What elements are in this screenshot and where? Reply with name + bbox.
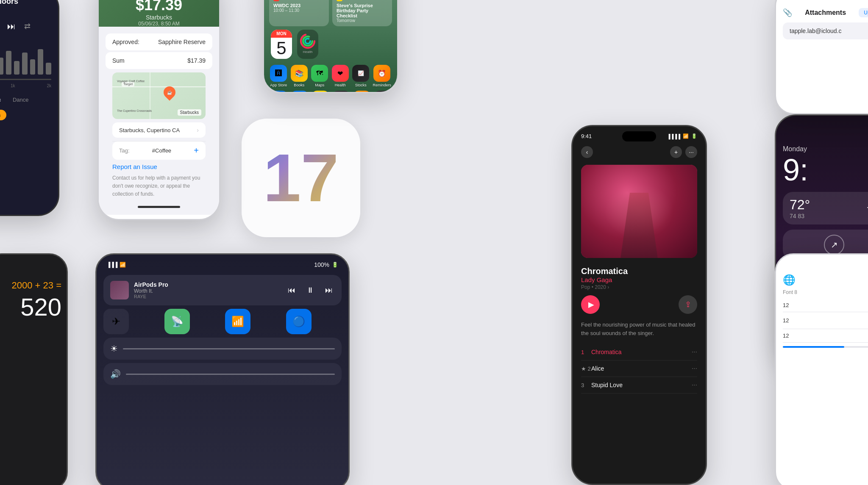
track-3[interactable]: 3 Stupid Love ···	[581, 377, 697, 394]
home-indicator	[138, 206, 180, 208]
app-calculator-home[interactable]: 🔢 Calculator	[374, 91, 391, 93]
clock-colon: :	[800, 153, 808, 187]
cc-airpods-label: AirPods Pro	[134, 281, 281, 288]
health-widget[interactable]: Health	[297, 30, 318, 59]
icloud-email-field[interactable]: tapple.lab@icloud.c	[783, 22, 868, 39]
app-camera-home[interactable]: 📷 Camera	[332, 91, 350, 93]
pay-sum-label: Sum	[112, 57, 125, 64]
volume-slider[interactable]	[126, 374, 335, 375]
temperature-value: 72°	[790, 197, 810, 213]
acoustic-tab[interactable]: Acoustic	[0, 95, 4, 105]
share-button[interactable]: ⇪	[679, 295, 697, 314]
font-progress-bar[interactable]	[783, 346, 868, 348]
clock-hour: 9	[783, 153, 800, 187]
music-add-button[interactable]: +	[670, 146, 682, 158]
app-mail-home[interactable]: ✉ Mail	[291, 91, 308, 93]
track-2-name: Alice	[591, 365, 692, 372]
cc-fastforward-button[interactable]: ⏭	[323, 284, 335, 296]
app-reminders[interactable]: ⏰ Reminders	[373, 65, 391, 87]
map-label-starbucks: Starbucks	[178, 109, 201, 116]
app-grid-row2: 🧭 Safari ✉ Mail 📝 Notes 📷 Camera 🏠 Home …	[264, 89, 397, 93]
app-stocks[interactable]: 📈 Stocks	[352, 65, 370, 87]
map-label-voyager: Voyager Craft Coffee	[117, 80, 145, 83]
track-1-more-icon[interactable]: ···	[692, 348, 697, 356]
dance-tab[interactable]: Dance	[9, 95, 32, 105]
music-more-button[interactable]: ···	[685, 146, 697, 158]
compass-needle-icon: ↗	[831, 240, 838, 250]
update-button[interactable]: Update	[859, 8, 868, 17]
music-title: Dancefloors	[0, 0, 51, 6]
report-issue-button[interactable]: Report an Issue	[112, 163, 206, 170]
track-2[interactable]: ★ 2 Alice ···	[581, 360, 697, 377]
music-back-button[interactable]: ‹	[581, 146, 593, 158]
music-genre: Pop	[581, 284, 590, 290]
eq-bar	[0, 58, 3, 75]
cc-volume-control[interactable]: 🔊	[103, 363, 342, 385]
app-home-home[interactable]: 🏠 Home	[353, 91, 370, 93]
calendar-notif-time: TODAY	[312, 0, 325, 0]
music-album-art	[581, 165, 697, 258]
play-button[interactable]: ▶	[581, 295, 600, 314]
track-2-num: ★ 2	[581, 366, 591, 372]
cc-wifi-icon: 📶	[120, 262, 126, 268]
shuffle-icon[interactable]: ⇄	[24, 22, 31, 31]
custom-button[interactable]: Custom	[0, 110, 6, 120]
font-size-list: 12 12 1 12	[783, 299, 868, 343]
hotspot-toggle[interactable]: 📡	[164, 309, 190, 334]
music-genre-year: Pop • 2020 ›	[581, 284, 697, 290]
cc-pause-button[interactable]: ⏸	[304, 284, 316, 296]
cc-playback-controls: ⏮ ⏸ ⏭	[286, 284, 335, 296]
compass-circle: ↗	[824, 235, 844, 255]
app-maps[interactable]: 🗺 Maps	[311, 65, 328, 87]
pay-header: ☕ $17.39 Starbucks 05/06/23, 8:50 AM	[99, 0, 219, 27]
pay-tag-add-icon[interactable]: +	[194, 146, 199, 155]
calculator-content: 2000 + 23 = 520	[0, 255, 67, 330]
music-status-time: 9:41	[581, 133, 592, 139]
track-2-more-icon[interactable]: ···	[692, 365, 697, 372]
track-1[interactable]: 1 Chromatica ···	[581, 344, 697, 360]
calendar-widget[interactable]: MON 5	[271, 30, 292, 59]
eq-slider[interactable]	[0, 79, 51, 80]
ios17-logo: 17	[242, 119, 360, 237]
app-reminders-label: Reminders	[373, 83, 391, 87]
notes-notif-icon	[337, 0, 342, 1]
eq-bars	[0, 41, 51, 75]
airplane-mode-toggle[interactable]: ✈	[103, 309, 129, 334]
app-books[interactable]: 📚 Books	[290, 65, 308, 87]
font-size-row-1: 12	[783, 299, 868, 312]
cc-brightness-control[interactable]: ☀	[103, 338, 342, 360]
wifi-toggle[interactable]: 📶	[225, 309, 250, 334]
health-rings-icon	[300, 33, 316, 49]
app-safari-home[interactable]: 🧭 Safari	[270, 91, 287, 93]
bluetooth-toggle[interactable]: 🔵	[286, 309, 312, 334]
cc-battery-icon: 🔋	[332, 262, 338, 268]
pay-location-row[interactable]: Starbucks, Cupertino CA ›	[112, 122, 206, 138]
cc-rewind-button[interactable]: ⏮	[286, 284, 298, 296]
notes-notification[interactable]: Нотатки Steve's Surprise Birthday Party …	[332, 0, 392, 26]
track-3-more-icon[interactable]: ···	[692, 381, 697, 389]
pay-sum-value: $17.39	[187, 57, 206, 64]
track-1-num: 1	[581, 349, 591, 355]
eq-bar	[38, 49, 43, 75]
app-health[interactable]: ❤ Health	[331, 65, 349, 87]
fast-forward-icon[interactable]: ⏭	[7, 22, 16, 31]
eq-bar	[46, 63, 51, 75]
location-chevron-icon: ›	[197, 127, 199, 133]
calendar-notification[interactable]: Calendar TODAY WWDC 2023 10:00 – 11:30	[269, 0, 329, 26]
app-appstore[interactable]: 🅰 App Store	[270, 65, 287, 87]
wifi-icon: 📶	[683, 133, 689, 139]
calendar-widget-day: MON	[271, 30, 292, 38]
volume-icon: 🔊	[110, 369, 121, 379]
cc-toggle-grid: ✈ 📡 📶 🔵	[103, 309, 342, 334]
cc-battery-pct: 100%	[314, 261, 329, 268]
wifi-toggle-icon: 📶	[231, 316, 244, 327]
app-notes-home[interactable]: 📝 Notes	[312, 91, 329, 93]
music-meta-arrow: ›	[607, 284, 609, 290]
calc-status-spacer	[0, 267, 61, 280]
signal-icon: ▐▐▐▐	[667, 134, 680, 139]
temperature-range: 74 83	[790, 213, 810, 219]
app-grid-row1: 🅰 App Store 📚 Books 🗺 Maps ❤ Health 📈 St…	[264, 63, 397, 89]
brightness-slider[interactable]	[123, 348, 335, 349]
hotspot-icon: 📡	[171, 316, 184, 327]
globe-icon[interactable]: 🌐	[783, 274, 868, 286]
